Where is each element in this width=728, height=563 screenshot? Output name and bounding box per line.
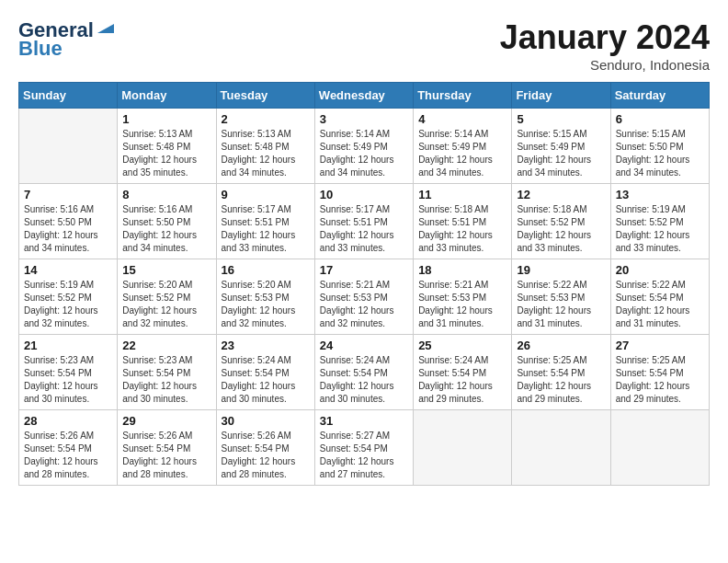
day-number: 10 <box>320 188 408 201</box>
col-wednesday: Wednesday <box>314 83 413 109</box>
day-number: 31 <box>320 414 408 428</box>
svg-marker-0 <box>97 24 114 33</box>
table-row: 4Sunrise: 5:14 AM Sunset: 5:49 PM Daylig… <box>414 109 512 184</box>
calendar-week-row: 28Sunrise: 5:26 AM Sunset: 5:54 PM Dayli… <box>19 410 710 486</box>
day-info: Sunrise: 5:14 AM Sunset: 5:49 PM Dayligh… <box>320 128 408 179</box>
day-number: 27 <box>616 339 704 352</box>
calendar-week-row: 1Sunrise: 5:13 AM Sunset: 5:48 PM Daylig… <box>19 109 710 184</box>
table-row: 19Sunrise: 5:22 AM Sunset: 5:53 PM Dayli… <box>512 259 610 335</box>
col-monday: Monday <box>118 83 216 109</box>
day-number: 13 <box>616 188 704 201</box>
col-friday: Friday <box>512 83 610 109</box>
calendar-week-row: 21Sunrise: 5:23 AM Sunset: 5:54 PM Dayli… <box>19 335 710 410</box>
title-block: January 2024 Senduro, Indonesia <box>500 18 710 73</box>
table-row: 6Sunrise: 5:15 AM Sunset: 5:50 PM Daylig… <box>610 109 709 184</box>
day-number: 2 <box>222 112 310 126</box>
table-row: 9Sunrise: 5:17 AM Sunset: 5:51 PM Daylig… <box>216 184 314 259</box>
day-info: Sunrise: 5:18 AM Sunset: 5:52 PM Dayligh… <box>517 203 605 255</box>
day-info: Sunrise: 5:13 AM Sunset: 5:48 PM Dayligh… <box>222 128 310 179</box>
day-info: Sunrise: 5:21 AM Sunset: 5:53 PM Dayligh… <box>418 279 506 330</box>
day-info: Sunrise: 5:21 AM Sunset: 5:53 PM Dayligh… <box>320 279 408 330</box>
table-row <box>512 410 610 486</box>
table-row: 7Sunrise: 5:16 AM Sunset: 5:50 PM Daylig… <box>19 184 118 259</box>
calendar-header-row: Sunday Monday Tuesday Wednesday Thursday… <box>19 83 710 109</box>
table-row: 25Sunrise: 5:24 AM Sunset: 5:54 PM Dayli… <box>414 335 512 410</box>
table-row <box>19 109 118 184</box>
day-info: Sunrise: 5:26 AM Sunset: 5:54 PM Dayligh… <box>122 430 210 481</box>
day-number: 6 <box>616 112 704 126</box>
day-number: 26 <box>517 339 605 352</box>
day-number: 20 <box>616 263 704 277</box>
day-number: 30 <box>222 414 310 428</box>
day-info: Sunrise: 5:15 AM Sunset: 5:50 PM Dayligh… <box>616 128 704 179</box>
day-number: 25 <box>418 339 506 352</box>
calendar-week-row: 14Sunrise: 5:19 AM Sunset: 5:52 PM Dayli… <box>19 259 710 335</box>
day-number: 12 <box>517 188 605 201</box>
day-number: 28 <box>24 414 112 428</box>
day-info: Sunrise: 5:27 AM Sunset: 5:54 PM Dayligh… <box>320 430 408 481</box>
col-saturday: Saturday <box>610 83 709 109</box>
day-number: 18 <box>418 263 506 277</box>
day-info: Sunrise: 5:17 AM Sunset: 5:51 PM Dayligh… <box>222 203 310 255</box>
table-row: 8Sunrise: 5:16 AM Sunset: 5:50 PM Daylig… <box>118 184 216 259</box>
table-row: 15Sunrise: 5:20 AM Sunset: 5:52 PM Dayli… <box>118 259 216 335</box>
day-info: Sunrise: 5:16 AM Sunset: 5:50 PM Dayligh… <box>24 203 112 255</box>
table-row: 26Sunrise: 5:25 AM Sunset: 5:54 PM Dayli… <box>512 335 610 410</box>
day-info: Sunrise: 5:24 AM Sunset: 5:54 PM Dayligh… <box>320 354 408 406</box>
table-row <box>414 410 512 486</box>
table-row: 5Sunrise: 5:15 AM Sunset: 5:49 PM Daylig… <box>512 109 610 184</box>
day-info: Sunrise: 5:20 AM Sunset: 5:52 PM Dayligh… <box>122 279 210 330</box>
day-info: Sunrise: 5:19 AM Sunset: 5:52 PM Dayligh… <box>616 203 704 255</box>
day-info: Sunrise: 5:20 AM Sunset: 5:53 PM Dayligh… <box>222 279 310 330</box>
day-number: 21 <box>24 339 112 352</box>
day-number: 4 <box>418 112 506 126</box>
table-row: 3Sunrise: 5:14 AM Sunset: 5:49 PM Daylig… <box>314 109 413 184</box>
day-number: 14 <box>24 263 112 277</box>
table-row: 21Sunrise: 5:23 AM Sunset: 5:54 PM Dayli… <box>19 335 118 410</box>
day-number: 22 <box>122 339 210 352</box>
day-info: Sunrise: 5:24 AM Sunset: 5:54 PM Dayligh… <box>418 354 506 406</box>
day-info: Sunrise: 5:25 AM Sunset: 5:54 PM Dayligh… <box>616 354 704 406</box>
calendar-week-row: 7Sunrise: 5:16 AM Sunset: 5:50 PM Daylig… <box>19 184 710 259</box>
table-row: 28Sunrise: 5:26 AM Sunset: 5:54 PM Dayli… <box>19 410 118 486</box>
day-number: 24 <box>320 339 408 352</box>
table-row: 1Sunrise: 5:13 AM Sunset: 5:48 PM Daylig… <box>118 109 216 184</box>
day-number: 11 <box>418 188 506 201</box>
day-info: Sunrise: 5:23 AM Sunset: 5:54 PM Dayligh… <box>122 354 210 406</box>
day-number: 16 <box>222 263 310 277</box>
table-row: 23Sunrise: 5:24 AM Sunset: 5:54 PM Dayli… <box>216 335 314 410</box>
day-info: Sunrise: 5:25 AM Sunset: 5:54 PM Dayligh… <box>517 354 605 406</box>
day-number: 7 <box>24 188 112 201</box>
day-info: Sunrise: 5:26 AM Sunset: 5:54 PM Dayligh… <box>24 430 112 481</box>
day-info: Sunrise: 5:16 AM Sunset: 5:50 PM Dayligh… <box>122 203 210 255</box>
table-row: 18Sunrise: 5:21 AM Sunset: 5:53 PM Dayli… <box>414 259 512 335</box>
table-row: 22Sunrise: 5:23 AM Sunset: 5:54 PM Dayli… <box>118 335 216 410</box>
col-tuesday: Tuesday <box>216 83 314 109</box>
day-info: Sunrise: 5:18 AM Sunset: 5:51 PM Dayligh… <box>418 203 506 255</box>
day-info: Sunrise: 5:26 AM Sunset: 5:54 PM Dayligh… <box>222 430 310 481</box>
table-row: 17Sunrise: 5:21 AM Sunset: 5:53 PM Dayli… <box>314 259 413 335</box>
table-row: 20Sunrise: 5:22 AM Sunset: 5:54 PM Dayli… <box>610 259 709 335</box>
table-row: 31Sunrise: 5:27 AM Sunset: 5:54 PM Dayli… <box>314 410 413 486</box>
logo-blue: Blue <box>18 37 63 61</box>
col-sunday: Sunday <box>19 83 118 109</box>
calendar-table: Sunday Monday Tuesday Wednesday Thursday… <box>18 82 710 486</box>
month-title: January 2024 <box>500 18 710 57</box>
logo: General Blue <box>18 18 116 61</box>
table-row: 14Sunrise: 5:19 AM Sunset: 5:52 PM Dayli… <box>19 259 118 335</box>
day-number: 5 <box>517 112 605 126</box>
day-info: Sunrise: 5:22 AM Sunset: 5:53 PM Dayligh… <box>517 279 605 330</box>
table-row <box>610 410 709 486</box>
day-info: Sunrise: 5:15 AM Sunset: 5:49 PM Dayligh… <box>517 128 605 179</box>
day-number: 8 <box>122 188 210 201</box>
day-info: Sunrise: 5:13 AM Sunset: 5:48 PM Dayligh… <box>122 128 210 179</box>
table-row: 10Sunrise: 5:17 AM Sunset: 5:51 PM Dayli… <box>314 184 413 259</box>
location: Senduro, Indonesia <box>500 57 710 73</box>
col-thursday: Thursday <box>414 83 512 109</box>
day-number: 17 <box>320 263 408 277</box>
table-row: 27Sunrise: 5:25 AM Sunset: 5:54 PM Dayli… <box>610 335 709 410</box>
table-row: 11Sunrise: 5:18 AM Sunset: 5:51 PM Dayli… <box>414 184 512 259</box>
day-info: Sunrise: 5:22 AM Sunset: 5:54 PM Dayligh… <box>616 279 704 330</box>
day-number: 1 <box>122 112 210 126</box>
day-number: 19 <box>517 263 605 277</box>
